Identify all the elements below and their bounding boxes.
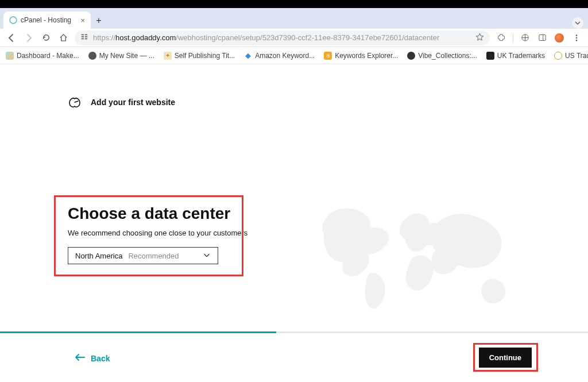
bookmark-label: My New Site — ... (99, 52, 154, 60)
menu-icon[interactable] (571, 32, 582, 44)
bookmark-item[interactable]: UK Trademarks (486, 52, 545, 60)
arrow-left-icon (75, 353, 85, 363)
site-settings-icon[interactable] (80, 33, 88, 43)
bookmark-favicon-icon (88, 52, 96, 60)
page-content: Add your first website Choose a data cen… (0, 64, 588, 333)
toolbar-separator (513, 33, 513, 43)
svg-rect-4 (85, 36, 87, 37)
tab-title: cPanel - Hosting (21, 16, 77, 24)
new-tab-button[interactable]: + (91, 13, 107, 29)
back-label: Back (91, 354, 110, 363)
page-header: Add your first website (68, 95, 175, 109)
bookmark-favicon-icon: a (324, 52, 332, 60)
back-button[interactable] (6, 32, 17, 44)
svg-rect-5 (82, 38, 84, 40)
url-text: https://host.godaddy.com/webhosting/cpan… (93, 33, 439, 42)
bookmark-item[interactable]: US Trademarks (554, 52, 588, 60)
extensions-icon[interactable] (496, 32, 507, 44)
datacenter-dropdown[interactable]: North America Recommended (68, 247, 218, 264)
bookmark-favicon-icon (486, 52, 494, 60)
new-window-icon[interactable] (519, 32, 531, 44)
bookmark-label: Dashboard - Make... (17, 52, 79, 60)
bookmark-item[interactable]: My New Site — ... (88, 52, 154, 60)
bookmark-label: Amazon Keyword... (255, 52, 315, 60)
dropdown-hint: Recommended (128, 252, 179, 260)
bookmark-label: Self Publishing Tit... (175, 52, 235, 60)
main-heading: Choose a data center (68, 204, 230, 223)
dropdown-value: North America (75, 252, 122, 260)
bookmark-label: US Trademarks (565, 52, 588, 60)
bookmark-favicon-icon (407, 52, 415, 60)
continue-button[interactable]: Continue (479, 348, 532, 368)
bookmark-favicon-icon: ✦ (164, 52, 172, 60)
progress-bar (0, 331, 588, 333)
tab-overflow-chevron-icon[interactable] (572, 17, 583, 29)
svg-point-0 (10, 17, 17, 24)
svg-rect-1 (82, 34, 84, 36)
bookmark-item[interactable]: Dashboard - Make... (6, 52, 79, 60)
bookmark-label: Vibe_Collections:... (418, 52, 477, 60)
world-map-icon (314, 199, 520, 314)
svg-rect-3 (82, 36, 84, 37)
bookmark-favicon-icon: ◆ (244, 52, 252, 60)
close-icon[interactable]: × (80, 16, 85, 25)
chevron-down-icon (203, 251, 211, 261)
svg-rect-8 (539, 35, 545, 41)
bookmark-label: UK Trademarks (497, 52, 545, 60)
browser-toolbar: https://host.godaddy.com/webhosting/cpan… (0, 29, 588, 47)
page-header-title: Add your first website (91, 98, 175, 107)
letterbox-top (0, 0, 588, 8)
svg-point-10 (576, 34, 578, 36)
svg-point-12 (576, 40, 578, 41)
bookmark-favicon-icon (554, 52, 562, 60)
star-icon[interactable] (475, 33, 484, 43)
back-link[interactable]: Back (75, 353, 110, 363)
subheading: We recommend choosing one close to your … (68, 229, 247, 237)
bookmark-favicon-icon (6, 52, 14, 60)
godaddy-logo-icon (68, 95, 82, 109)
profile-avatar[interactable] (554, 32, 565, 44)
bookmarks-bar: Dashboard - Make... My New Site — ... ✦S… (0, 47, 588, 64)
footer-actions: Back Continue (0, 334, 588, 382)
bookmark-item[interactable]: aKeywords Explorer... (324, 52, 398, 60)
cpanel-favicon-icon (9, 16, 17, 24)
progress-fill (0, 331, 276, 333)
bookmark-label: Keywords Explorer... (335, 52, 398, 60)
browser-tab[interactable]: cPanel - Hosting × (3, 11, 91, 29)
bookmark-item[interactable]: ✦Self Publishing Tit... (164, 52, 235, 60)
forward-button[interactable] (23, 32, 34, 44)
address-bar[interactable]: https://host.godaddy.com/webhosting/cpan… (75, 30, 490, 45)
home-button[interactable] (57, 32, 69, 44)
browser-tab-strip: cPanel - Hosting × + (0, 8, 588, 29)
sidepanel-icon[interactable] (536, 32, 548, 44)
bookmark-item[interactable]: Vibe_Collections:... (407, 52, 477, 60)
svg-point-11 (576, 37, 578, 38)
reload-button[interactable] (40, 32, 52, 44)
svg-rect-6 (85, 38, 87, 40)
bookmark-item[interactable]: ◆Amazon Keyword... (244, 52, 315, 60)
svg-rect-2 (85, 34, 87, 36)
